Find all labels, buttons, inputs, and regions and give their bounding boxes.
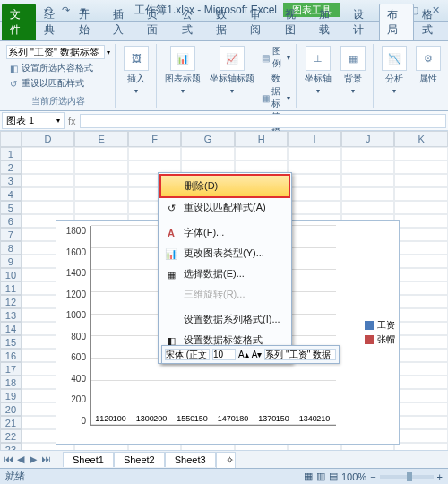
cell[interactable] [394, 281, 448, 295]
sheet-nav-next-icon[interactable]: ▶ [27, 454, 39, 465]
tab-review[interactable]: 审阅 [242, 4, 276, 40]
col-header[interactable]: E [74, 131, 128, 147]
properties-button[interactable]: ⚙属性 [412, 44, 444, 87]
col-header[interactable]: D [22, 131, 75, 147]
new-sheet-button[interactable]: ✧ [216, 452, 236, 468]
cell[interactable] [394, 228, 448, 241]
cell[interactable] [394, 255, 448, 268]
row-header[interactable]: 19 [0, 389, 22, 402]
tab-formulas[interactable]: 公式 [174, 4, 208, 40]
gridlines-button[interactable]: ▦背景▾ [337, 44, 369, 97]
sheet-nav-prev-icon[interactable]: ◀ [14, 454, 27, 465]
sheet-tab[interactable]: Sheet3 [165, 452, 216, 467]
cell[interactable] [341, 147, 395, 160]
cell[interactable] [341, 201, 395, 214]
zoom-in-icon[interactable]: + [437, 471, 443, 482]
cell[interactable] [22, 201, 75, 214]
tab-view[interactable]: 视图 [277, 4, 311, 40]
mini-font-combo[interactable] [165, 349, 210, 360]
mini-series-combo[interactable] [264, 349, 336, 360]
ctx-reset-style[interactable]: ↺重设以匹配样式(A) [160, 197, 289, 218]
cell[interactable] [394, 308, 448, 322]
sheet-nav-last-icon[interactable]: ⏭ [39, 454, 52, 465]
col-header[interactable]: F [128, 131, 182, 147]
view-normal-icon[interactable]: ▦ [304, 471, 313, 482]
row-header[interactable]: 9 [0, 255, 22, 268]
cell[interactable] [394, 201, 448, 214]
ctx-font[interactable]: A字体(F)... [160, 222, 289, 243]
row-header[interactable]: 17 [0, 362, 22, 376]
cell[interactable] [22, 187, 75, 201]
zoom-slider[interactable] [380, 475, 434, 479]
cell[interactable] [394, 241, 448, 255]
tab-home[interactable]: 开始 [71, 4, 105, 40]
shrink-font-icon[interactable]: A▾ [252, 350, 263, 359]
row-header[interactable]: 15 [0, 335, 22, 349]
cell[interactable] [288, 187, 341, 201]
cell[interactable] [22, 160, 75, 174]
ctx-change-chart-type[interactable]: 📊更改图表类型(Y)... [160, 243, 289, 264]
tab-layout[interactable]: 布局 [379, 4, 413, 40]
mini-size-combo[interactable] [212, 349, 236, 360]
legend-button[interactable]: ▤图例 ▾ [260, 44, 292, 71]
row-header[interactable]: 16 [0, 349, 22, 362]
cell[interactable] [74, 201, 128, 214]
tab-page[interactable]: 页面 [139, 4, 173, 40]
row-header[interactable]: 11 [0, 281, 22, 295]
row-header[interactable]: 13 [0, 308, 22, 322]
row-header[interactable]: 22 [0, 429, 22, 443]
sheet-nav-first-icon[interactable]: ⏮ [2, 454, 14, 465]
insert-button[interactable]: 🖼插入▾ [120, 44, 152, 97]
cell[interactable] [394, 174, 448, 187]
format-selection-button[interactable]: ◧设置所选内容格式 [5, 61, 95, 75]
cell[interactable] [288, 174, 341, 187]
row-header[interactable]: 7 [0, 228, 22, 241]
zoom-out-icon[interactable]: − [370, 471, 375, 482]
col-header[interactable]: J [341, 131, 395, 147]
cell[interactable] [394, 416, 448, 429]
cell[interactable] [341, 174, 395, 187]
cell[interactable] [394, 160, 448, 174]
cell[interactable] [394, 443, 448, 450]
view-break-icon[interactable]: ▤ [329, 471, 338, 482]
ctx-delete[interactable]: 删除(D) [159, 174, 290, 198]
cell[interactable] [394, 389, 448, 402]
row-header[interactable]: 20 [0, 402, 22, 416]
cell[interactable] [22, 174, 75, 187]
ctx-select-data[interactable]: ▦选择数据(E)... [160, 264, 289, 284]
cell[interactable] [235, 147, 289, 160]
legend-item[interactable]: 工资 [365, 319, 395, 332]
row-header[interactable]: 23 [0, 443, 22, 450]
row-header[interactable]: 3 [0, 174, 22, 187]
cell[interactable] [394, 187, 448, 201]
row-header[interactable]: 18 [0, 376, 22, 389]
fx-icon[interactable]: fx [68, 116, 76, 126]
select-all-corner[interactable] [0, 131, 22, 147]
tab-format[interactable]: 格式 [414, 4, 448, 40]
row-header[interactable]: 8 [0, 241, 22, 255]
cell[interactable] [394, 147, 448, 160]
cell[interactable] [341, 160, 395, 174]
cell[interactable] [288, 160, 341, 174]
cell[interactable] [74, 147, 128, 160]
col-header[interactable]: I [288, 131, 341, 147]
tab-classic[interactable]: 经典 [36, 4, 70, 40]
sheet-tab[interactable]: Sheet2 [114, 452, 165, 467]
cell[interactable] [288, 147, 341, 160]
cell[interactable] [22, 147, 75, 160]
grow-font-icon[interactable]: A▴ [238, 350, 249, 359]
cell[interactable] [394, 349, 448, 362]
tab-addins[interactable]: 加载 [311, 4, 345, 40]
cell[interactable] [394, 402, 448, 416]
legend-item[interactable]: 张帽 [365, 333, 395, 346]
chart-legend[interactable]: 工资 张帽 [365, 317, 395, 348]
col-header[interactable]: G [181, 131, 235, 147]
col-header[interactable]: K [394, 131, 448, 147]
axes-button[interactable]: ⊥坐标轴▾ [301, 44, 335, 97]
cell[interactable] [341, 187, 395, 201]
selection-combo[interactable] [6, 45, 105, 59]
name-box[interactable]: 图表 1▾ [2, 112, 65, 129]
row-header[interactable]: 4 [0, 187, 22, 201]
row-header[interactable]: 6 [0, 214, 22, 228]
axis-title-button[interactable]: 📈坐标轴标题▾ [206, 44, 258, 97]
